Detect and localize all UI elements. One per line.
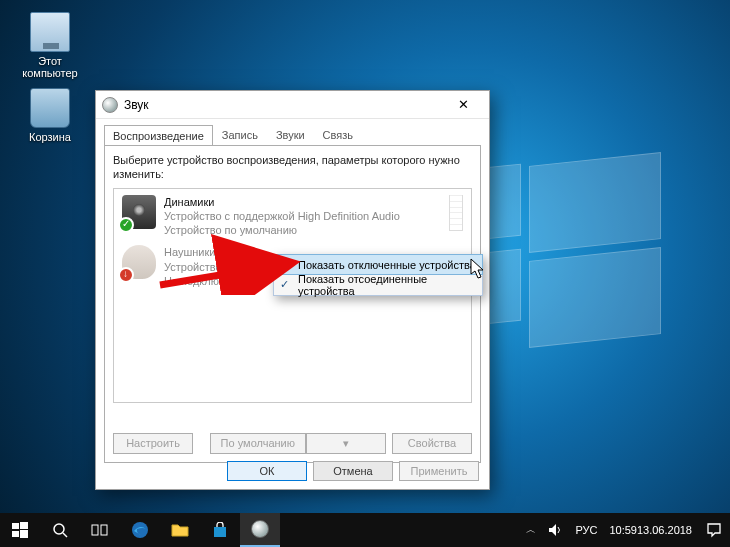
set-default-dropdown: ▾: [306, 433, 386, 454]
device-name: Динамики: [164, 195, 441, 209]
taskbar-app-sound-running[interactable]: [240, 513, 280, 547]
search-icon: [52, 522, 68, 538]
menu-item-show-disconnected[interactable]: ✓ Показать отсоединенные устройства: [274, 274, 482, 295]
tray-language-button[interactable]: РУС: [569, 513, 603, 547]
chevron-down-icon: ▾: [343, 437, 349, 449]
edge-icon: [131, 521, 149, 539]
desktop-icon-label: Корзина: [15, 131, 85, 143]
taskbar-app-explorer[interactable]: [160, 513, 200, 547]
check-icon: ✓: [280, 278, 289, 291]
tab-page-playback: Выберите устройство воспроизведения, пар…: [104, 145, 481, 463]
desktop[interactable]: Этоткомпьютер Корзина Звук ✕ Воспроизвед…: [0, 0, 730, 547]
this-pc-icon: [30, 12, 70, 52]
ok-button[interactable]: ОК: [227, 461, 307, 481]
tab-communications[interactable]: Связь: [314, 124, 362, 145]
default-badge-icon: [118, 217, 134, 233]
tray-volume-button[interactable]: [542, 513, 569, 547]
menu-item-label: Показать отключенные устройства: [298, 259, 476, 271]
search-button[interactable]: [40, 513, 80, 547]
store-icon: [212, 522, 228, 538]
tab-recording[interactable]: Запись: [213, 124, 267, 145]
system-tray: ︿ РУС 10:59 13.06.2018: [520, 513, 730, 547]
sound-cpl-icon: [251, 520, 269, 538]
windows-logo-icon: [12, 522, 28, 538]
titlebar[interactable]: Звук ✕: [96, 91, 489, 119]
tray-clock[interactable]: 10:59 13.06.2018: [603, 513, 698, 547]
device-status: Устройство по умолчанию: [164, 223, 441, 237]
tab-strip: Воспроизведение Запись Звуки Связь: [96, 119, 489, 145]
volume-icon: [548, 523, 563, 537]
svg-rect-1: [12, 523, 19, 529]
context-menu: Показать отключенные устройства ✓ Показа…: [273, 254, 483, 296]
start-button[interactable]: [0, 513, 40, 547]
svg-point-5: [54, 524, 64, 534]
clock-date: 13.06.2018: [637, 524, 692, 536]
svg-rect-3: [12, 531, 19, 537]
svg-line-6: [63, 533, 67, 537]
tab-sounds[interactable]: Звуки: [267, 124, 314, 145]
configure-button: Настроить: [113, 433, 193, 454]
task-view-button[interactable]: [80, 513, 120, 547]
cancel-button[interactable]: Отмена: [313, 461, 393, 481]
taskbar-app-edge[interactable]: [120, 513, 160, 547]
folder-icon: [171, 522, 189, 538]
sound-app-icon: [102, 97, 118, 113]
disconnected-badge-icon: [118, 267, 134, 283]
dialog-title: Звук: [124, 98, 443, 112]
speaker-icon: [122, 195, 156, 229]
action-center-button[interactable]: [698, 513, 730, 547]
tray-overflow-button[interactable]: ︿: [520, 513, 542, 547]
device-driver: Устройство с поддержкой High Definition …: [164, 209, 441, 223]
instruction-text: Выберите устройство воспроизведения, пар…: [113, 154, 472, 182]
desktop-icon-this-pc[interactable]: Этоткомпьютер: [15, 12, 85, 79]
svg-rect-2: [20, 522, 28, 529]
svg-rect-7: [92, 525, 98, 535]
recycle-bin-icon: [30, 88, 70, 128]
desktop-icon-recycle-bin[interactable]: Корзина: [15, 88, 85, 143]
device-item-speakers[interactable]: Динамики Устройство с поддержкой High De…: [116, 191, 469, 242]
task-view-icon: [91, 523, 109, 537]
set-default-button: По умолчанию ▾: [210, 433, 386, 454]
desktop-icon-label: Этоткомпьютер: [15, 55, 85, 79]
svg-rect-4: [20, 530, 28, 538]
svg-rect-10: [214, 527, 226, 537]
svg-rect-8: [101, 525, 107, 535]
close-icon: ✕: [458, 97, 469, 112]
tab-playback[interactable]: Воспроизведение: [104, 125, 213, 146]
chevron-up-icon: ︿: [526, 523, 536, 537]
close-button[interactable]: ✕: [443, 94, 483, 116]
clock-time: 10:59: [609, 524, 637, 536]
taskbar-app-store[interactable]: [200, 513, 240, 547]
notification-icon: [706, 522, 722, 538]
menu-item-label: Показать отсоединенные устройства: [298, 273, 476, 297]
taskbar: ︿ РУС 10:59 13.06.2018: [0, 513, 730, 547]
apply-button: Применить: [399, 461, 479, 481]
properties-button: Свойства: [392, 433, 472, 454]
headphones-icon: [122, 245, 156, 279]
svg-point-9: [132, 522, 148, 538]
volume-meter: [449, 195, 463, 231]
